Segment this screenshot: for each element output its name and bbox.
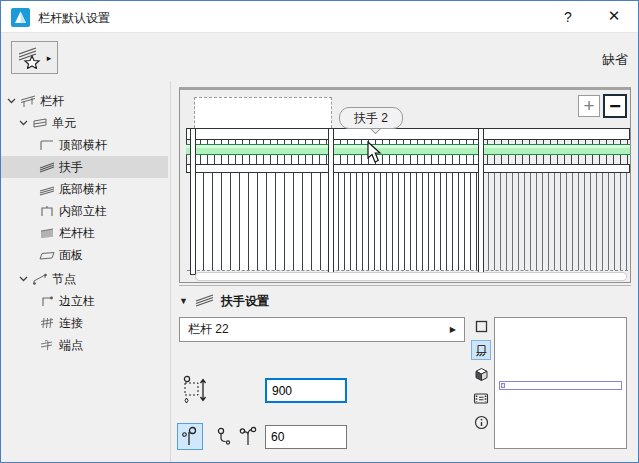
mid-rail-drawing[interactable] bbox=[186, 164, 630, 173]
tree-item-label: 栏杆 bbox=[40, 93, 64, 110]
film-list-icon bbox=[473, 392, 489, 405]
baluster-ticks bbox=[186, 155, 630, 164]
post-circle-side-icon bbox=[216, 427, 232, 447]
handrail-position-option-right[interactable] bbox=[235, 423, 261, 450]
handrail-highlighted[interactable] bbox=[186, 144, 630, 155]
tree-item-segment[interactable]: 单元 bbox=[1, 112, 168, 134]
elevation-view-button[interactable] bbox=[471, 340, 491, 360]
railing-structure-tree: 栏杆 单元 顶部横杆 扶手 底部横杆 内部立柱 栏杆柱 bbox=[1, 81, 171, 462]
tree-item-label: 栏杆柱 bbox=[59, 225, 95, 242]
tree-item-top-rail[interactable]: 顶部横杆 bbox=[1, 134, 168, 156]
railing-post-drawing bbox=[190, 128, 196, 275]
handrail-position-option-left[interactable] bbox=[177, 423, 203, 450]
tree-item-edge-post[interactable]: 边立柱 bbox=[1, 290, 168, 312]
mouse-cursor-icon bbox=[367, 141, 384, 168]
panel-icon bbox=[39, 248, 55, 262]
zoom-in-button[interactable]: + bbox=[578, 95, 600, 117]
tree-item-node[interactable]: 节点 bbox=[1, 268, 168, 290]
close-button[interactable]: ✕ bbox=[597, 1, 631, 33]
preview-scrollbar[interactable] bbox=[195, 272, 627, 281]
tree-item-label: 边立柱 bbox=[59, 293, 95, 310]
info-icon bbox=[474, 415, 489, 430]
handrail-offset-input[interactable] bbox=[265, 425, 347, 449]
tree-item-label: 连接 bbox=[59, 315, 83, 332]
chevron-down-icon[interactable] bbox=[19, 119, 28, 127]
chevron-down-icon[interactable] bbox=[7, 97, 16, 105]
tree-item-connection[interactable]: 连接 bbox=[1, 312, 168, 334]
edge-post-icon bbox=[39, 294, 55, 308]
tree-item-handrail[interactable]: 扶手 bbox=[1, 156, 168, 178]
cube-3d-icon bbox=[474, 367, 489, 382]
inner-post-icon bbox=[39, 204, 55, 218]
tree-item-label: 扶手 bbox=[59, 159, 83, 176]
list-view-button[interactable] bbox=[471, 388, 491, 408]
collapse-triangle-icon[interactable]: ▼ bbox=[179, 296, 188, 306]
railing-post-drawing bbox=[478, 128, 484, 275]
info-button[interactable] bbox=[471, 412, 491, 432]
tree-item-bottom-rail[interactable]: 底部横杆 bbox=[1, 178, 168, 200]
profile-preview-panel[interactable] bbox=[494, 317, 627, 449]
title-bar: 栏杆默认设置 ? ✕ bbox=[1, 1, 638, 33]
bottom-rail-icon bbox=[39, 182, 55, 196]
tree-item-endpoint[interactable]: 端点 bbox=[1, 334, 168, 356]
tree-item-label: 内部立柱 bbox=[59, 203, 107, 220]
preview-dashed-extent bbox=[194, 97, 332, 128]
tree-item-label: 单元 bbox=[52, 115, 76, 132]
rail-component-value: 栏杆 22 bbox=[188, 321, 450, 338]
connection-icon bbox=[39, 316, 55, 330]
default-label[interactable]: 缺省 bbox=[602, 51, 628, 69]
post-circle-top-icon bbox=[181, 426, 199, 447]
handrail-profile-outline[interactable] bbox=[499, 381, 622, 390]
balusters-left bbox=[194, 173, 330, 270]
dialog-title: 栏杆默认设置 bbox=[38, 10, 110, 27]
3d-view-button[interactable] bbox=[471, 364, 491, 384]
handrail-icon bbox=[39, 160, 55, 174]
zoom-out-button[interactable]: − bbox=[603, 94, 627, 118]
endpoint-icon bbox=[39, 338, 55, 352]
elevation-view-icon bbox=[474, 343, 489, 357]
dropdown-expand-icon: ▶ bbox=[450, 325, 456, 334]
tree-item-label: 节点 bbox=[52, 271, 76, 288]
railing-post-icon bbox=[39, 226, 55, 240]
tree-item-railing[interactable]: 栏杆 bbox=[1, 90, 168, 112]
railing-post-drawing bbox=[328, 128, 334, 275]
tree-item-label: 顶部横杆 bbox=[59, 137, 107, 154]
tree-item-label: 面板 bbox=[59, 247, 83, 264]
handrail-tooltip: 扶手 2 bbox=[339, 107, 403, 129]
preview-mode-strip bbox=[471, 316, 491, 436]
rail-component-dropdown[interactable]: 栏杆 22 ▶ bbox=[179, 317, 465, 342]
plan-view-icon bbox=[475, 320, 488, 333]
section-divider bbox=[179, 285, 631, 286]
railing-settings-dialog: 栏杆默认设置 ? ✕ ▸ 缺省 栏杆 单元 顶部横杆 扶手 bbox=[0, 0, 639, 463]
favorites-dropdown-arrow: ▸ bbox=[47, 53, 52, 63]
railing-preview-panel[interactable]: 扶手 2 + − bbox=[179, 87, 631, 283]
top-rail-icon bbox=[39, 138, 55, 152]
tree-item-inner-post[interactable]: 内部立柱 bbox=[1, 200, 168, 222]
tree-item-panel[interactable]: 面板 bbox=[1, 244, 168, 266]
tree-item-label: 底部横杆 bbox=[59, 181, 107, 198]
chevron-down-icon[interactable] bbox=[19, 275, 28, 283]
segment-icon bbox=[32, 116, 48, 130]
handrail-height-input[interactable] bbox=[265, 378, 347, 403]
help-button[interactable]: ? bbox=[553, 1, 583, 33]
handrail-highlight-strip bbox=[186, 145, 630, 148]
balusters-right bbox=[482, 173, 630, 270]
section-title: 扶手设置 bbox=[221, 293, 269, 310]
plan-view-button[interactable] bbox=[471, 316, 491, 336]
balusters-middle bbox=[332, 173, 480, 270]
handrail-settings-header[interactable]: ▼ 扶手设置 bbox=[179, 290, 269, 312]
node-icon bbox=[32, 272, 48, 286]
handrail-position-option-middle[interactable] bbox=[211, 423, 237, 450]
post-fork-icon bbox=[239, 426, 257, 447]
favorites-railing-star-icon bbox=[18, 47, 46, 69]
favorites-button[interactable]: ▸ bbox=[11, 41, 58, 74]
tree-item-railing-post[interactable]: 栏杆柱 bbox=[1, 222, 168, 244]
top-rail-drawing[interactable] bbox=[186, 128, 630, 140]
handrail-height-icon bbox=[182, 375, 208, 408]
tree-item-label: 端点 bbox=[59, 337, 83, 354]
profile-left-cap bbox=[501, 383, 505, 388]
railing-icon bbox=[20, 94, 36, 108]
handrail-section-icon bbox=[195, 292, 214, 310]
app-logo-icon bbox=[11, 8, 30, 30]
preview-baseline-dashed bbox=[187, 270, 628, 271]
